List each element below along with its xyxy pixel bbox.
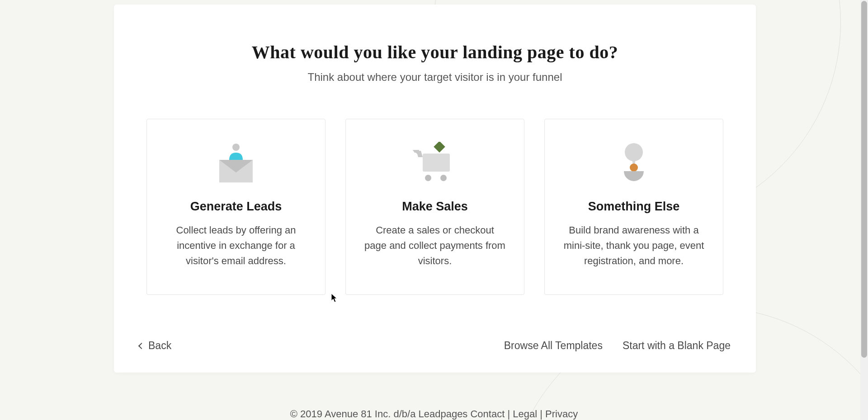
copyright-text: © 2019 Avenue 81 Inc. d/b/a Leadpages [290, 408, 471, 420]
privacy-link[interactable]: Privacy [545, 408, 578, 420]
back-button[interactable]: Back [139, 340, 171, 352]
option-something-else[interactable]: Something Else Build brand awareness wit… [544, 119, 723, 295]
card-title: Something Else [588, 200, 680, 214]
start-blank-link[interactable]: Start with a Blank Page [623, 340, 731, 352]
scrollbar-thumb[interactable] [861, 1, 867, 358]
modal-footer: Back Browse All Templates Start with a B… [114, 340, 756, 373]
page-subheading: Think about where your target visitor is… [114, 71, 756, 84]
card-description: Collect leads by offering an incentive i… [165, 223, 307, 269]
option-generate-leads[interactable]: Generate Leads Collect leads by offering… [146, 119, 326, 295]
chevron-left-icon [138, 342, 145, 349]
separator: | [540, 408, 545, 420]
footer-right-links: Browse All Templates Start with a Blank … [504, 340, 731, 352]
page-heading: What would you like your landing page to… [114, 42, 756, 63]
scrollbar[interactable] [860, 0, 868, 420]
card-description: Build brand awareness with a mini-site, … [563, 223, 705, 269]
svg-rect-4 [423, 154, 450, 172]
card-title: Generate Leads [190, 200, 282, 214]
svg-point-10 [630, 163, 638, 172]
legal-link[interactable]: Legal [513, 408, 537, 420]
svg-rect-2 [434, 142, 445, 153]
svg-point-0 [232, 144, 240, 151]
svg-point-6 [425, 175, 431, 181]
modal-header: What would you like your landing page to… [114, 5, 756, 84]
page-footer: © 2019 Avenue 81 Inc. d/b/a Leadpages Co… [0, 408, 868, 420]
option-make-sales[interactable]: Make Sales Create a sales or checkout pa… [345, 119, 524, 295]
landing-page-wizard-modal: What would you like your landing page to… [114, 5, 756, 373]
options-row: Generate Leads Collect leads by offering… [114, 119, 756, 295]
svg-marker-5 [416, 151, 423, 157]
envelope-person-icon [213, 142, 259, 182]
browse-templates-link[interactable]: Browse All Templates [504, 340, 603, 352]
separator: | [507, 408, 513, 420]
card-title: Make Sales [402, 200, 468, 214]
shopping-cart-icon [412, 142, 458, 182]
svg-point-7 [440, 175, 447, 181]
back-label: Back [148, 340, 171, 352]
contact-link[interactable]: Contact [470, 408, 505, 420]
card-description: Create a sales or checkout page and coll… [364, 223, 506, 269]
abstract-shapes-icon [611, 142, 656, 182]
